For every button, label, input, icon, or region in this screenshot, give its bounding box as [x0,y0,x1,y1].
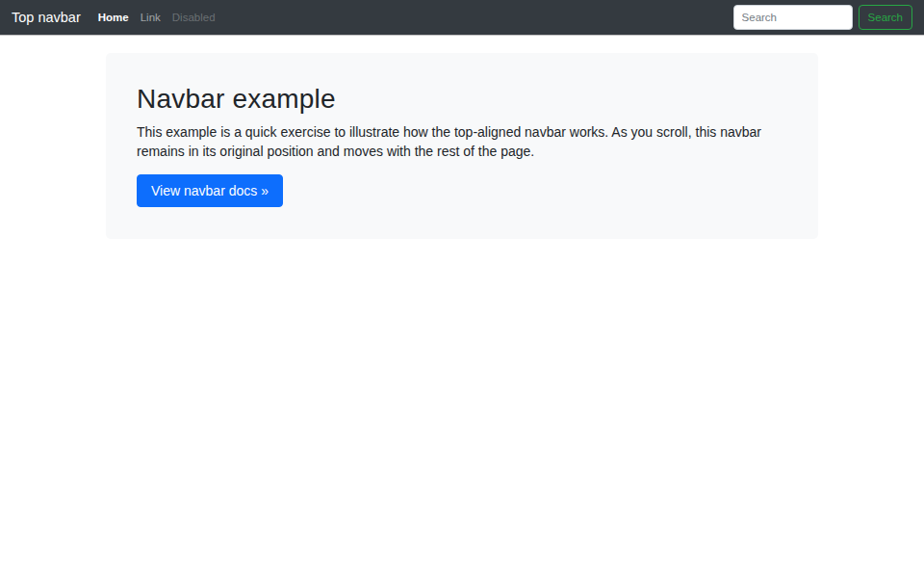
nav-link-home[interactable]: Home [92,12,135,23]
nav-item: Disabled [167,12,221,23]
search-form: Search [733,5,912,30]
search-button[interactable]: Search [859,5,912,30]
view-navbar-docs-button[interactable]: View navbar docs » [137,174,283,207]
nav-link-disabled: Disabled [167,12,221,23]
search-input[interactable] [733,5,853,30]
nav-item: Link [135,12,167,23]
nav-link-link[interactable]: Link [135,12,167,23]
navbar-nav: Home Link Disabled [92,12,221,23]
top-navbar: Top navbar Home Link Disabled Search [0,0,924,35]
main-container: Navbar example This example is a quick e… [106,53,818,239]
nav-item: Home [92,12,135,23]
page-title: Navbar example [137,83,787,116]
jumbotron-description: This example is a quick exercise to illu… [137,122,787,162]
navbar-brand[interactable]: Top navbar [12,10,81,25]
jumbotron: Navbar example This example is a quick e… [106,53,818,239]
